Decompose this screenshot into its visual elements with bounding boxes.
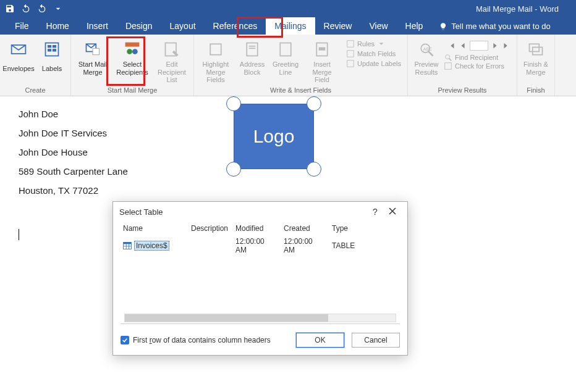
chevron-down-icon (377, 40, 386, 48)
dialog-footer: First row of data contains column header… (113, 327, 407, 355)
row-type: TABLE (328, 235, 401, 256)
highlight-icon (206, 40, 226, 59)
update-labels-button[interactable]: Update Labels (346, 59, 401, 68)
svg-point-25 (446, 55, 450, 59)
bulb-icon (439, 22, 447, 31)
ribbon-group-preview: ABC Preview Results Find Recipient Check… (408, 35, 517, 96)
ok-button[interactable]: OK (296, 333, 344, 348)
tab-design[interactable]: Design (117, 17, 161, 35)
envelope-icon (9, 40, 28, 59)
rules-button[interactable]: Rules (346, 40, 401, 48)
svg-rect-3 (53, 45, 56, 48)
address-block-button[interactable]: Address Block (236, 38, 268, 78)
ribbon-tabs: File Home Insert Design Layout Reference… (0, 17, 576, 35)
finish-merge-button[interactable]: Finish & Merge (520, 38, 552, 78)
greeting-line-button[interactable]: Greeting Line (269, 38, 302, 78)
insert-merge-field-button[interactable]: Insert Merge Field (303, 38, 341, 85)
tab-help[interactable]: Help (397, 17, 432, 35)
first-row-headers-checkbox[interactable]: First row of data contains column header… (121, 336, 289, 344)
col-type[interactable]: Type (328, 222, 401, 235)
greeting-icon (276, 40, 295, 59)
svg-rect-16 (280, 43, 291, 56)
svg-rect-18 (319, 48, 326, 51)
match-fields-button[interactable]: Match Fields (346, 49, 401, 58)
row-name: Invoices$ (134, 241, 169, 251)
group-label-start: Start Mail Merge (74, 85, 191, 96)
col-modified[interactable]: Modified (232, 222, 280, 235)
record-number-input[interactable] (470, 41, 488, 51)
group-label-write: Write & Insert Fields (197, 85, 405, 96)
start-mail-merge-button[interactable]: Start Mail Merge (74, 38, 112, 78)
redo-icon[interactable] (37, 4, 47, 14)
record-nav[interactable] (444, 38, 514, 53)
last-record-icon[interactable] (502, 41, 510, 50)
dialog-help-button[interactable]: ? (366, 207, 384, 217)
row-modified: 12:00:00 AM (232, 235, 280, 256)
next-record-icon[interactable] (491, 41, 499, 50)
tab-file[interactable]: File (6, 17, 38, 35)
logo-text: Logo (234, 104, 314, 169)
undo-icon[interactable] (21, 4, 31, 14)
tell-me-search[interactable]: Tell me what you want to do (431, 18, 557, 35)
edit-recipient-list-button[interactable]: Edit Recipient List (153, 38, 191, 85)
prev-record-icon[interactable] (459, 41, 467, 50)
table-row[interactable]: Invoices$ 12:00:00 AM 12:00:00 AM TABLE (119, 235, 401, 256)
dialog-close-button[interactable] (384, 207, 401, 217)
col-name[interactable]: Name (119, 222, 187, 235)
svg-rect-4 (48, 49, 51, 51)
svg-rect-2 (48, 45, 51, 48)
ribbon: Envelopes Labels Create Start Mail Merge… (0, 35, 576, 96)
dialog-titlebar[interactable]: Select Table ? (113, 202, 407, 222)
tab-home[interactable]: Home (38, 17, 78, 35)
finish-icon (526, 40, 546, 59)
quick-access-toolbar (5, 4, 63, 14)
preview-results-button[interactable]: ABC Preview Results (410, 38, 443, 78)
text-caret (19, 229, 19, 240)
close-icon (389, 207, 396, 215)
svg-text:ABC: ABC (423, 47, 432, 51)
ribbon-group-start: Start Mail Merge Select Recipients Edit … (71, 35, 194, 96)
highlight-merge-fields-button[interactable]: Highlight Merge Fields (197, 38, 235, 85)
logo-shape[interactable]: Logo (234, 104, 314, 169)
cancel-button[interactable]: Cancel (352, 333, 400, 348)
save-icon[interactable] (5, 4, 15, 14)
select-table-dialog: Select Table ? Name Description Modified… (112, 201, 408, 356)
ribbon-group-finish: Finish & Merge Finish (517, 35, 555, 96)
doc-line-5: Houston, TX 77022 (19, 185, 557, 196)
edit-list-icon (162, 40, 182, 59)
find-recipient-button[interactable]: Find Recipient (444, 53, 514, 62)
tab-insert[interactable]: Insert (78, 17, 117, 35)
group-label-finish: Finish (520, 85, 552, 96)
svg-line-23 (428, 52, 433, 56)
table-list[interactable]: Name Description Modified Created Type I… (119, 222, 401, 256)
envelopes-button[interactable]: Envelopes (2, 38, 35, 78)
address-icon (242, 40, 262, 59)
labels-icon (42, 40, 62, 59)
group-label-preview: Preview Results (410, 85, 514, 96)
svg-rect-21 (347, 60, 354, 67)
qat-dropdown-icon[interactable] (53, 4, 63, 14)
svg-rect-13 (247, 43, 258, 56)
svg-rect-20 (347, 51, 354, 57)
check-errors-button[interactable]: Check for Errors (444, 62, 514, 70)
tab-review[interactable]: Review (315, 17, 361, 35)
tab-mailings[interactable]: Mailings (266, 17, 315, 35)
first-record-icon[interactable] (447, 41, 456, 50)
horizontal-scrollbar[interactable] (124, 314, 396, 322)
select-recipients-button[interactable]: Select Recipients (113, 38, 151, 78)
window-title: Mail Merge Mail - Word (63, 4, 571, 14)
tab-layout[interactable]: Layout (161, 17, 205, 35)
labels-button[interactable]: Labels (36, 38, 68, 78)
svg-rect-7 (93, 48, 100, 55)
tab-view[interactable]: View (360, 17, 396, 35)
svg-point-9 (127, 49, 132, 54)
write-small-stack: Rules Match Fields Update Labels (342, 38, 405, 69)
col-created[interactable]: Created (280, 222, 328, 235)
col-description[interactable]: Description (187, 222, 232, 235)
tab-references[interactable]: References (205, 17, 266, 35)
dialog-title: Select Table (119, 207, 366, 217)
tell-me-label: Tell me what you want to do (451, 22, 550, 31)
title-bar: Mail Merge Mail - Word (0, 0, 576, 17)
ribbon-group-write: Highlight Merge Fields Address Block Gre… (194, 35, 408, 96)
svg-point-10 (132, 49, 138, 54)
